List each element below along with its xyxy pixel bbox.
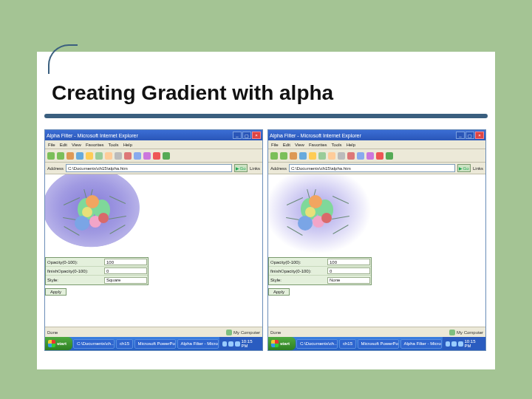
refresh-icon[interactable] bbox=[76, 152, 83, 160]
opacity-input[interactable]: 100 bbox=[327, 259, 370, 265]
tray-icon[interactable] bbox=[228, 341, 233, 347]
tray-icon[interactable] bbox=[222, 341, 228, 347]
back-icon[interactable] bbox=[270, 152, 278, 160]
edit-icon[interactable] bbox=[366, 152, 374, 160]
menu-edit[interactable]: Edit bbox=[283, 143, 290, 147]
go-button[interactable]: ▶Go bbox=[234, 164, 248, 172]
favorites-icon[interactable] bbox=[328, 152, 335, 160]
tray-icon[interactable] bbox=[446, 341, 451, 347]
menu-edit[interactable]: Edit bbox=[60, 143, 67, 147]
maximize-button[interactable]: ▢ bbox=[242, 132, 251, 139]
taskbar-item[interactable]: Microsoft PowerPoint... bbox=[134, 339, 176, 349]
address-input[interactable]: C:\Documents\ch15\alpha.htm bbox=[66, 164, 232, 172]
apply-row: Apply bbox=[268, 288, 372, 296]
menu-favorites[interactable]: Favorites bbox=[86, 143, 104, 147]
window-title: Alpha Filter - Microsoft Internet Explor… bbox=[270, 133, 361, 138]
minimize-button[interactable]: _ bbox=[233, 132, 242, 139]
start-button[interactable]: start bbox=[268, 337, 296, 350]
edit-icon[interactable] bbox=[143, 152, 151, 160]
ie-window-right: Alpha Filter - Microsoft Internet Explor… bbox=[267, 129, 486, 351]
taskbar-item[interactable]: Microsoft PowerPoint... bbox=[358, 339, 399, 349]
print-icon[interactable] bbox=[134, 152, 141, 160]
opacity-label: Opacity(0-100): bbox=[269, 260, 327, 265]
menu-tools[interactable]: Tools bbox=[332, 143, 342, 147]
insect-blob-icon bbox=[82, 207, 92, 217]
search-icon[interactable] bbox=[95, 152, 103, 160]
menu-tools[interactable]: Tools bbox=[109, 143, 119, 147]
mail-icon[interactable] bbox=[347, 152, 355, 160]
close-button[interactable]: × bbox=[475, 132, 484, 139]
insect-blob-icon bbox=[75, 216, 89, 231]
apply-button[interactable]: Apply bbox=[268, 288, 290, 296]
taskbar-item[interactable]: ch15 bbox=[116, 339, 132, 349]
taskbar-item[interactable]: Alpha Filter - Micros... bbox=[177, 339, 219, 349]
slide-title: Creating Gradient with alpha bbox=[52, 81, 333, 105]
insect-blob-icon bbox=[305, 207, 316, 217]
form-row: Style: Square bbox=[46, 276, 148, 284]
apply-row: Apply bbox=[45, 288, 149, 296]
tray-icon[interactable] bbox=[458, 341, 463, 347]
menu-view[interactable]: View bbox=[72, 143, 81, 147]
toolbar bbox=[45, 149, 262, 163]
menu-file[interactable]: File bbox=[271, 143, 279, 147]
go-button[interactable]: ▶Go bbox=[457, 164, 471, 172]
mail-icon[interactable] bbox=[124, 152, 132, 160]
address-input[interactable]: C:\Documents\ch15\alpha.htm bbox=[289, 164, 455, 172]
finishopacity-input[interactable]: 0 bbox=[104, 267, 147, 274]
back-icon[interactable] bbox=[47, 152, 55, 160]
links-label[interactable]: Links bbox=[250, 166, 260, 171]
taskbar-item[interactable]: Alpha Filter - Micros... bbox=[400, 339, 442, 349]
links-label[interactable]: Links bbox=[473, 166, 483, 171]
minimize-button[interactable]: _ bbox=[456, 132, 465, 139]
stop-icon[interactable] bbox=[290, 152, 297, 160]
taskbar-item[interactable]: C:\Documents\ch... bbox=[73, 339, 115, 349]
home-icon[interactable] bbox=[309, 152, 316, 160]
close-button[interactable]: × bbox=[252, 132, 261, 139]
menu-help[interactable]: Help bbox=[123, 143, 132, 147]
gradient-image-left bbox=[45, 174, 156, 256]
finishopacity-input[interactable]: 0 bbox=[327, 267, 370, 274]
forward-icon[interactable] bbox=[280, 152, 287, 160]
search-icon[interactable] bbox=[318, 152, 326, 160]
taskbar-item-label: C:\Documents\ch... bbox=[300, 341, 338, 346]
system-tray: 10:15 PM bbox=[219, 337, 263, 350]
menu-favorites[interactable]: Favorites bbox=[309, 143, 327, 147]
stop-icon[interactable] bbox=[66, 152, 74, 160]
go-label: Go bbox=[463, 166, 468, 171]
discuss-icon[interactable] bbox=[376, 152, 383, 160]
address-bar: Address C:\Documents\ch15\alpha.htm ▶Go … bbox=[268, 163, 485, 174]
home-icon[interactable] bbox=[86, 152, 93, 160]
discuss-icon[interactable] bbox=[153, 152, 160, 160]
taskbar-item[interactable]: ch15 bbox=[339, 339, 355, 349]
history-icon[interactable] bbox=[338, 152, 345, 160]
taskbar: start C:\Documents\ch... ch15 Microsoft … bbox=[45, 337, 262, 350]
windows-logo-icon bbox=[271, 340, 279, 347]
start-button[interactable]: start bbox=[45, 337, 72, 350]
tray-icon[interactable] bbox=[235, 341, 240, 347]
form-row: Opacity(0-100): 100 bbox=[46, 258, 148, 267]
refresh-icon[interactable] bbox=[299, 152, 307, 160]
style-value: None bbox=[330, 278, 340, 282]
favorites-icon[interactable] bbox=[105, 152, 112, 160]
maximize-button[interactable]: ▢ bbox=[466, 132, 474, 139]
style-input[interactable]: None bbox=[327, 277, 370, 284]
menu-help[interactable]: Help bbox=[347, 143, 355, 147]
print-icon[interactable] bbox=[357, 152, 364, 160]
taskbar-item-label: ch15 bbox=[343, 341, 352, 346]
opacity-input[interactable]: 100 bbox=[104, 259, 147, 265]
messenger-icon[interactable] bbox=[163, 152, 170, 160]
form-area: Opacity(0-100): 100 finishOpacity(0-100)… bbox=[268, 257, 372, 296]
screenshots-row: Alpha Filter - Microsoft Internet Explor… bbox=[44, 129, 488, 358]
tray-icon[interactable] bbox=[451, 341, 457, 347]
messenger-icon[interactable] bbox=[386, 152, 393, 160]
history-icon[interactable] bbox=[115, 152, 122, 160]
finishopacity-value: 0 bbox=[330, 269, 332, 273]
taskbar-item[interactable]: C:\Documents\ch... bbox=[296, 339, 338, 349]
menu-file[interactable]: File bbox=[48, 143, 55, 147]
security-zone: My Computer bbox=[226, 330, 260, 335]
forward-icon[interactable] bbox=[57, 152, 64, 160]
style-input[interactable]: Square bbox=[104, 277, 147, 284]
opacity-value: 100 bbox=[106, 260, 114, 265]
menu-view[interactable]: View bbox=[295, 143, 304, 147]
apply-button[interactable]: Apply bbox=[45, 288, 66, 296]
